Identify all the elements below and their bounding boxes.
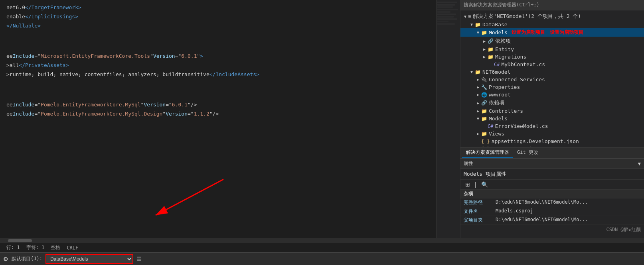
appsettings-dev-item[interactable]: { } appsettings.Development.json: [460, 137, 644, 145]
dep2-label: 依赖项: [489, 99, 504, 106]
prop-collapse-icon[interactable]: ▼: [638, 161, 641, 167]
models2-label: Models: [489, 116, 508, 122]
properties-item[interactable]: ▶ 🔧 Properties: [460, 83, 644, 91]
entity-folder-icon: 📁: [488, 47, 494, 52]
migrations-expand-icon: ▶: [481, 55, 488, 59]
char-indicator: 字符: 1: [26, 244, 45, 251]
models-label: Models: [489, 29, 508, 35]
prop-sort-button[interactable]: ⊞: [464, 181, 472, 188]
solution-expand-icon: ▼: [462, 14, 468, 19]
migrations-item[interactable]: ▶ 📁 Migrations: [460, 53, 644, 61]
controllers-label: Controllers: [489, 108, 523, 114]
code-line-10: [0, 88, 436, 97]
connected-icon: 🔌: [481, 77, 487, 82]
code-line-8: >runtime; build; native; contentfiles; a…: [0, 70, 436, 79]
code-line-7: >all</PrivateAssets>: [0, 61, 436, 70]
code-line-4: [0, 30, 436, 39]
tab-git-changes[interactable]: Git 更改: [513, 147, 542, 158]
errorviewmodel-cs-icon: C#: [488, 124, 493, 129]
models2-expand-icon: ▼: [475, 116, 481, 121]
code-line-11: ee Include="Pomelo.EntityFrameworkCore.M…: [0, 100, 436, 110]
mydbcontext-label: MyDbContext.cs: [501, 61, 545, 67]
models2-folder-icon: 📁: [481, 116, 487, 122]
views-item[interactable]: ▶ 📁 Views: [460, 130, 644, 137]
net6model-project[interactable]: ▼ 📁 NET6model: [460, 68, 644, 76]
errorviewmodel-item[interactable]: C# ErrorViewModel.cs: [460, 122, 644, 130]
scrollbar-thumb[interactable]: [8, 239, 32, 242]
editor-bottom-bar: 行: 1 字符: 1 空格 CRLF: [0, 243, 644, 252]
mydbcontext-item[interactable]: C# MyDbContext.cs: [460, 61, 644, 68]
code-line-1: net6.0</TargetFramework>: [0, 3, 436, 12]
search-label: 搜索解决方案资源管理器(Ctrl+;): [464, 2, 539, 8]
solution-root[interactable]: ▼ ⊞ 解决方案'NET6model'(2 个项目，共 2 个): [460, 12, 644, 21]
properties-panel: 属性 ▼ Models 项目属性 ⊞ | 🔍 杂项 完整路径 D:\edu\NE…: [460, 158, 644, 238]
controllers-folder-icon: 📁: [481, 108, 487, 114]
models2-item[interactable]: ▼ 📁 Models: [460, 115, 644, 122]
tab-solution-explorer[interactable]: 解决方案资源管理器: [462, 147, 513, 158]
prop-title: Models 项目属性: [460, 169, 644, 180]
dep-label: 依赖项: [495, 37, 511, 45]
gear-button[interactable]: ⚙: [3, 256, 8, 262]
database-project[interactable]: ▼ 📁 DataBase: [460, 21, 644, 28]
dep2-item[interactable]: ▶ 🔗 依赖项: [460, 98, 644, 107]
list-button[interactable]: ☰: [136, 256, 142, 262]
controllers-item[interactable]: ▶ 📁 Controllers: [460, 107, 644, 115]
prop-row-fullpath: 完整路径 D:\edu\NET6model\NET6model\Mo...: [460, 198, 644, 207]
errorviewmodel-label: ErrorViewModel.cs: [495, 123, 548, 129]
editor-scrollbar[interactable]: [0, 238, 644, 243]
connected-expand-icon: ▶: [475, 77, 481, 82]
prop-key-fullpath: 完整路径: [464, 199, 496, 206]
appsettings-dev-icon: { }: [481, 139, 490, 144]
views-label: Views: [489, 131, 504, 137]
bottom-toolbar: ⚙ 默认项目(J): DataBase\Models ☰: [0, 252, 644, 265]
code-line-12: ee Include="Pomelo.EntityFrameworkCore.M…: [0, 110, 436, 119]
prop-search-button[interactable]: 🔍: [480, 181, 490, 188]
prop-val-fullpath: D:\edu\NET6model\NET6model\Mo...: [496, 199, 641, 206]
mydbcontext-cs-icon: C#: [494, 62, 500, 67]
space-indicator: 空格: [51, 244, 60, 251]
connected-label: Connected Services: [489, 77, 545, 82]
prop-header: 属性 ▼: [460, 159, 644, 169]
row-indicator: 行: 1: [6, 244, 20, 251]
code-editor[interactable]: net6.0</TargetFramework> enable</Implici…: [0, 0, 437, 238]
entity-item[interactable]: ▶ 📁 Entity: [460, 45, 644, 53]
code-line-6: ee Include="Microsoft.EntityFrameworkCor…: [0, 52, 436, 61]
prop-key-filename: 文件名: [464, 208, 496, 215]
controllers-expand-icon: ▶: [475, 109, 481, 113]
models-expand-icon: ▼: [475, 30, 481, 35]
prop-row-parentdir: 父项目夹 D:\edu\NET6model\NET6model\Mo...: [460, 216, 644, 225]
entity-label: Entity: [495, 46, 514, 52]
models-folder[interactable]: ▼ 📁 Models 设置为启动项目 设置为启动项目: [460, 28, 644, 37]
tree-area[interactable]: ▼ ⊞ 解决方案'NET6model'(2 个项目，共 2 个) ▼ 📁 Dat…: [460, 10, 644, 147]
database-label: DataBase: [482, 22, 508, 27]
prop-val-filename: Models.csproj: [496, 208, 641, 215]
wwwroot-item[interactable]: ▶ 🌐 wwwroot: [460, 91, 644, 98]
dep2-icon: 🔗: [481, 100, 487, 106]
prop-section-misc: 杂项: [460, 190, 644, 198]
dep-expand-icon: ▶: [481, 39, 488, 43]
net6model-expand-icon: ▼: [468, 70, 475, 74]
database-expand-icon: ▼: [468, 22, 475, 27]
migrations-folder-icon: 📁: [488, 54, 494, 60]
startup-annotation: 设置为启动项目: [512, 29, 545, 36]
code-line-5: [0, 39, 436, 49]
csdn-watermark: CSDN @醉★红颜: [460, 225, 644, 235]
dep2-expand-icon: ▶: [475, 101, 481, 105]
solution-icon: ⊞: [468, 14, 471, 19]
svg-line-2: [156, 179, 223, 215]
default-project-select[interactable]: DataBase\Models: [45, 254, 133, 264]
code-line-3: </Nullable>: [0, 22, 436, 31]
connected-services-item[interactable]: ▶ 🔌 Connected Services: [460, 76, 644, 83]
search-bar: 搜索解决方案资源管理器(Ctrl+;): [460, 0, 644, 10]
views-expand-icon: ▶: [475, 132, 481, 136]
right-panel: 搜索解决方案资源管理器(Ctrl+;) ▼ ⊞ 解决方案'NET6model'(…: [460, 0, 644, 238]
models-folder-icon: 📁: [481, 30, 487, 35]
dep-item[interactable]: ▶ 🔗 依赖项: [460, 37, 644, 45]
properties-label: Properties: [489, 84, 520, 90]
prop-row-filename: 文件名 Models.csproj: [460, 207, 644, 216]
properties-expand-icon: ▶: [475, 85, 481, 89]
minimap: [437, 0, 460, 238]
dep-icon: 🔗: [488, 38, 494, 44]
prop-toolbar: ⊞ | 🔍: [460, 180, 644, 190]
prop-filter-button[interactable]: |: [473, 181, 478, 188]
